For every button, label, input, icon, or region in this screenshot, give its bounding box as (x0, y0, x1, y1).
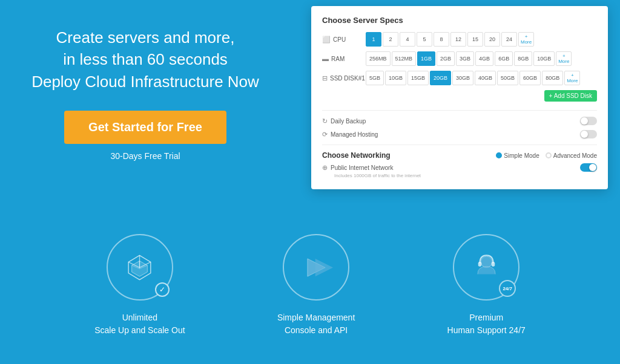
cta-button[interactable]: Get Started for Free (64, 111, 226, 144)
network-sub-text: Includes 1000GB of traffic to the intern… (334, 173, 597, 178)
managed-hosting-label: ⟳ Managed Hosting (322, 131, 580, 138)
ram-buttons: 256MB 512MB 1GB 2GB 3GB 4GB 6GB 8GB 10GB… (366, 51, 597, 66)
support-icon (470, 251, 503, 284)
cpu-btn-1[interactable]: 1 (366, 32, 381, 47)
svg-marker-9 (315, 258, 332, 276)
cpu-btn-24[interactable]: 24 (501, 32, 517, 47)
scale-text: Unlimited Scale Up and Scale Out (94, 311, 185, 337)
ram-btn-256mb[interactable]: 256MB (366, 51, 391, 66)
ram-btn-4gb[interactable]: 4GB (475, 51, 493, 66)
hero-title: Create servers and more, in less than 60… (31, 27, 259, 93)
console-circle (283, 234, 349, 301)
divider-1 (322, 110, 597, 111)
cpu-btn-15[interactable]: 15 (467, 32, 483, 47)
advanced-mode-option[interactable]: Advanced Mode (546, 152, 597, 159)
cpu-icon: ⬜ (322, 36, 331, 44)
managed-hosting-toggle[interactable] (580, 130, 597, 138)
cpu-more-btn[interactable]: +More (518, 32, 534, 47)
ram-btn-2gb[interactable]: 2GB (437, 51, 455, 66)
daily-backup-toggle[interactable] (580, 117, 597, 125)
ram-btn-10gb[interactable]: 10GB (533, 51, 555, 66)
ssd-label: ⊟ SSD DISK#1 (322, 74, 366, 82)
ssd-btn-40gb[interactable]: 40GB (475, 71, 496, 85)
cpu-btn-4[interactable]: 4 (400, 32, 415, 47)
ssd-btn-50gb[interactable]: 50GB (497, 71, 518, 85)
public-network-row: ⊕ Public Internet Network (322, 163, 597, 172)
networking-header: Choose Networking Simple Mode Advanced M… (322, 151, 597, 160)
cpu-label: ⬜ CPU (322, 36, 366, 44)
panel-title: Choose Server Specs (322, 16, 597, 25)
ssd-row: ⊟ SSD DISK#1 5GB 10GB 15GB 20GB 30GB 40G… (322, 71, 597, 85)
divider-2 (322, 145, 597, 145)
ram-btn-8gb[interactable]: 8GB (514, 51, 532, 66)
ram-btn-512mb[interactable]: 512MB (392, 51, 417, 66)
network-icon: ⊕ (322, 164, 328, 172)
cpu-btn-2[interactable]: 2 (383, 32, 398, 47)
server-specs-panel: Choose Server Specs ⬜ CPU 1 2 4 5 8 12 1… (311, 6, 608, 189)
ram-btn-3gb[interactable]: 3GB (456, 51, 474, 66)
cpu-btn-12[interactable]: 12 (450, 32, 466, 47)
add-ssd-container: + Add SSD Disk (322, 90, 597, 104)
daily-backup-row: ↻ Daily Backup (322, 117, 597, 125)
ssd-buttons: 5GB 10GB 15GB 20GB 30GB 40GB 50GB 60GB 8… (366, 71, 597, 85)
hero-section: Create servers and more, in less than 60… (0, 0, 291, 187)
ram-label: ▬ RAM (322, 55, 366, 62)
svg-point-10 (481, 256, 492, 267)
247-badge: 24/7 (499, 280, 516, 297)
scale-circle: ✓ (107, 234, 173, 301)
console-text: Simple Management Console and API (277, 311, 355, 337)
ram-more-btn[interactable]: +More (556, 51, 572, 66)
feature-support: 24/7 Premium Human Support 24/7 (447, 234, 526, 337)
console-icon (300, 251, 333, 284)
ram-btn-6gb[interactable]: 6GB (495, 51, 513, 66)
features-section: ✓ Unlimited Scale Up and Scale Out Simpl… (0, 207, 620, 364)
hosting-icon: ⟳ (322, 131, 328, 138)
managed-hosting-row: ⟳ Managed Hosting (322, 130, 597, 138)
svg-rect-12 (491, 262, 495, 266)
add-ssd-button[interactable]: + Add SSD Disk (544, 90, 597, 102)
ssd-more-btn[interactable]: +More (564, 71, 580, 85)
cpu-btn-5[interactable]: 5 (417, 32, 432, 47)
cpu-btn-20[interactable]: 20 (484, 32, 500, 47)
networking-modes: Simple Mode Advanced Mode (496, 152, 597, 159)
ssd-btn-20gb[interactable]: 20GB (430, 71, 451, 85)
cpu-buttons: 1 2 4 5 8 12 15 20 24 +More (366, 32, 597, 47)
ram-btn-1gb[interactable]: 1GB (417, 51, 435, 66)
public-network-toggle[interactable] (580, 163, 597, 172)
simple-mode-label: Simple Mode (504, 152, 539, 159)
advanced-mode-radio (546, 152, 552, 158)
ssd-btn-60gb[interactable]: 60GB (519, 71, 541, 85)
trial-text: 30-Days Free Trial (110, 151, 180, 161)
cpu-row: ⬜ CPU 1 2 4 5 8 12 15 20 24 +More (322, 32, 597, 47)
ssd-btn-80gb[interactable]: 80GB (542, 71, 563, 85)
feature-scale: ✓ Unlimited Scale Up and Scale Out (94, 234, 185, 337)
networking-title: Choose Networking (322, 151, 391, 160)
feature-console: Simple Management Console and API (277, 234, 355, 337)
ram-icon: ▬ (322, 55, 329, 62)
simple-mode-radio (496, 152, 502, 158)
simple-mode-option[interactable]: Simple Mode (496, 152, 539, 159)
backup-icon: ↻ (322, 117, 328, 125)
ram-row: ▬ RAM 256MB 512MB 1GB 2GB 3GB 4GB 6GB 8G… (322, 51, 597, 66)
ssd-btn-30gb[interactable]: 30GB (452, 71, 473, 85)
ssd-btn-15gb[interactable]: 15GB (407, 71, 429, 85)
cpu-btn-8[interactable]: 8 (434, 32, 449, 47)
svg-rect-11 (478, 262, 481, 266)
ssd-btn-5gb[interactable]: 5GB (366, 71, 384, 85)
public-network-label: ⊕ Public Internet Network (322, 164, 580, 172)
support-text: Premium Human Support 24/7 (447, 311, 526, 337)
support-circle: 24/7 (453, 234, 519, 301)
ssd-btn-10gb[interactable]: 10GB (385, 71, 406, 85)
ssd-icon: ⊟ (322, 74, 328, 82)
check-badge: ✓ (155, 282, 170, 297)
scale-icon (123, 251, 156, 284)
advanced-mode-label: Advanced Mode (553, 152, 597, 159)
daily-backup-label: ↻ Daily Backup (322, 117, 580, 125)
